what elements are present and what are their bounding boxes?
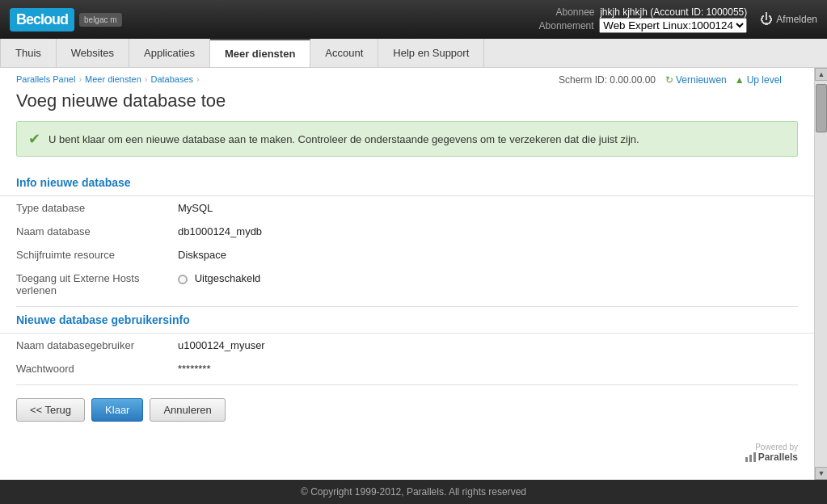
field-value: db1000124_mydb (162, 220, 814, 243)
done-button[interactable]: Klaar (91, 398, 143, 422)
breadcrumb-meer-diensten[interactable]: Meer diensten (85, 74, 141, 84)
buttons-row: << Terug Klaar Annuleren (0, 385, 814, 435)
scrollbar-arrow-down[interactable]: ▼ (815, 467, 827, 480)
logout-button[interactable]: ⏻ Afmelden (760, 12, 817, 27)
nav-item-account[interactable]: Account (310, 39, 378, 67)
subscriber-value: jhkjh kjhkjh (Account ID: 1000055) (600, 6, 747, 18)
copyright-text: © Copyright 1999-2012, Parallels. All ri… (301, 486, 526, 498)
content-wrapper: Parallels Panel › Meer diensten › Databa… (0, 68, 827, 480)
breadcrumb: Parallels Panel › Meer diensten › Databa… (0, 68, 216, 87)
refresh-label: Vernieuwen (676, 74, 727, 86)
success-text: U bent klaar om een nieuwe database aan … (49, 133, 639, 145)
scrollbar-arrow-up[interactable]: ▲ (815, 68, 827, 81)
logo: Becloud belgac m (10, 8, 122, 32)
powered-by-text: Powered by (755, 443, 798, 452)
screen-id-text: Scherm ID: 0.00.00.00 (559, 74, 656, 86)
main-nav: Thuis Websites Applicaties Meer diensten… (0, 39, 827, 68)
field-value: u1000124_myuser (162, 334, 814, 357)
powered-by: Powered by Parallels (0, 435, 814, 467)
scrollbar[interactable]: ▲ ▼ (814, 68, 827, 480)
table-row: Naam databasegebruiker u1000124_myuser (0, 334, 814, 357)
nav-item-help[interactable]: Help en Support (378, 39, 484, 67)
logout-icon: ⏻ (760, 12, 773, 27)
field-value: Diskspace (162, 243, 814, 267)
success-icon: ✔ (28, 130, 40, 148)
screen-actions: ↻ Vernieuwen ▲ Up level (665, 74, 782, 86)
refresh-link[interactable]: ↻ Vernieuwen (665, 74, 727, 86)
success-message: ✔ U bent klaar om een nieuwe database aa… (16, 121, 798, 157)
back-button[interactable]: << Terug (16, 398, 85, 422)
subscription-label: Abonnement (539, 20, 594, 32)
becloud-logo: Becloud (10, 8, 74, 32)
belgacom-logo: belgac m (79, 13, 122, 27)
field-value: ******** (162, 357, 814, 384)
nav-item-meer-diensten[interactable]: Meer diensten (210, 39, 310, 67)
parallels-icon (745, 452, 756, 462)
nav-item-websites[interactable]: Websites (57, 39, 129, 67)
section-info-title: Info nieuwe database (0, 170, 814, 196)
info-table: Type database MySQL Naam database db1000… (0, 196, 814, 306)
radio-indicator (178, 275, 188, 284)
main-content: Parallels Panel › Meer diensten › Databa… (0, 68, 814, 480)
user-info: Abonnee jhkjh kjhkjh (Account ID: 100005… (539, 6, 748, 33)
footer: © Copyright 1999-2012, Parallels. All ri… (0, 480, 827, 504)
field-label: Wachtwoord (0, 357, 162, 384)
breadcrumb-databases[interactable]: Databases (150, 74, 193, 84)
section-user-title: Nieuwe database gebruikersinfo (0, 307, 814, 334)
field-label: Naam databasegebruiker (0, 334, 162, 357)
field-label: Schijfruimte resource (0, 243, 162, 267)
uplevel-icon: ▲ (735, 74, 745, 86)
field-label: Naam database (0, 220, 162, 243)
field-label: Type database (0, 196, 162, 220)
refresh-icon: ↻ (665, 74, 673, 86)
breadcrumb-parallels[interactable]: Parallels Panel (16, 74, 75, 84)
table-row: Wachtwoord ******** (0, 357, 814, 384)
nav-item-thuis[interactable]: Thuis (0, 39, 57, 67)
cancel-button[interactable]: Annuleren (150, 398, 225, 422)
page-title: Voeg nieuwe database toe (0, 87, 814, 121)
logout-label: Afmelden (776, 14, 817, 25)
header-right: Abonnee jhkjh kjhkjh (Account ID: 100005… (539, 6, 817, 33)
header: Becloud belgac m Abonnee jhkjh kjhkjh (A… (0, 0, 827, 39)
subscriber-label: Abonnee (555, 6, 594, 18)
table-row: Type database MySQL (0, 196, 814, 220)
table-row: Naam database db1000124_mydb (0, 220, 814, 243)
field-value: Uitgeschakeld (162, 267, 814, 306)
field-label: Toegang uit Externe Hosts verlenen (0, 267, 162, 306)
table-row: Toegang uit Externe Hosts verlenen Uitge… (0, 267, 814, 306)
subscription-select[interactable]: Web Expert Linux:1000124 (599, 18, 747, 33)
uplevel-link[interactable]: ▲ Up level (735, 74, 782, 86)
scrollbar-thumb[interactable] (816, 84, 827, 132)
field-value: MySQL (162, 196, 814, 220)
screen-id-bar: Scherm ID: 0.00.00.00 ↻ Vernieuwen ▲ Up … (542, 68, 798, 86)
table-row: Schijfruimte resource Diskspace (0, 243, 814, 267)
powered-by-brand: Parallels (745, 452, 798, 463)
user-info-table: Naam databasegebruiker u1000124_myuser W… (0, 334, 814, 384)
uplevel-label: Up level (747, 74, 782, 86)
nav-item-applicaties[interactable]: Applicaties (129, 39, 210, 67)
